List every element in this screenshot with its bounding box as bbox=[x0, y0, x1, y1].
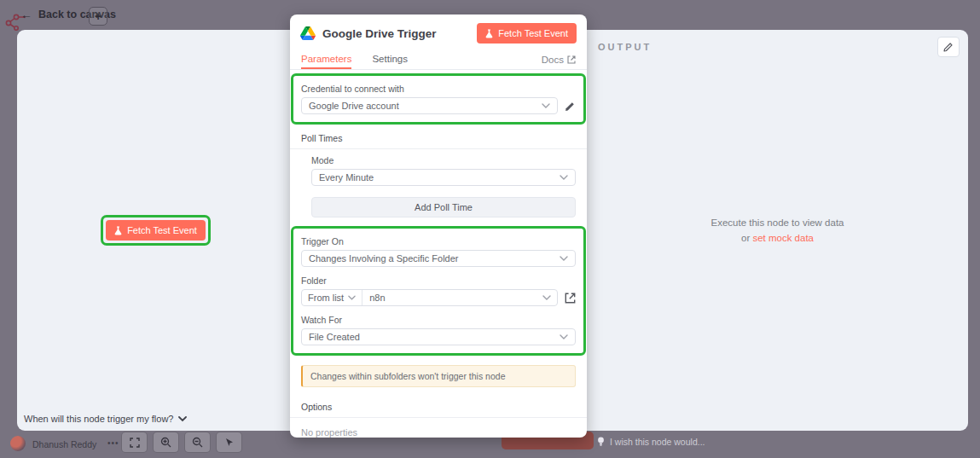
back-arrow-icon: ← bbox=[20, 9, 32, 20]
green-highlight-box-credential: Credential to connect with Google Drive … bbox=[291, 73, 586, 125]
wish-feedback-link[interactable]: I wish this node would... bbox=[597, 437, 705, 447]
folder-chevron[interactable] bbox=[542, 295, 557, 300]
credential-value: Google Drive account bbox=[309, 101, 399, 111]
chevron-down-icon bbox=[560, 334, 568, 339]
folder-value-select[interactable]: n8n bbox=[362, 293, 542, 303]
watch-for-value: File Created bbox=[309, 332, 360, 342]
zoom-out-button[interactable] bbox=[184, 432, 211, 453]
cursor-pointer-icon bbox=[224, 438, 235, 448]
chevron-down-icon bbox=[542, 295, 551, 300]
or-text: or bbox=[741, 233, 752, 243]
mode-value: Every Minute bbox=[319, 172, 374, 183]
fit-view-button[interactable] bbox=[121, 432, 148, 453]
canvas-toolbar bbox=[121, 432, 242, 453]
node-title: Google Drive Trigger bbox=[322, 27, 477, 40]
app-screen: ← Back to canvas + Fetch Test Event When… bbox=[0, 0, 980, 458]
mode-label: Mode bbox=[311, 155, 576, 165]
chevron-down-icon bbox=[178, 416, 187, 422]
edit-credential-button[interactable] bbox=[565, 101, 576, 112]
options-empty-text: No properties bbox=[301, 427, 576, 438]
fetch-test-event-label: Fetch Test Event bbox=[127, 225, 197, 235]
user-name: Dhanush Reddy bbox=[32, 439, 96, 449]
zoom-in-icon bbox=[160, 437, 171, 448]
trigger-on-select[interactable]: Changes Involving a Specific Folder bbox=[301, 250, 576, 267]
fetch-test-event-button-header[interactable]: Fetch Test Event bbox=[477, 23, 577, 43]
options-section-header: Options bbox=[290, 398, 587, 418]
open-folder-link-button[interactable] bbox=[565, 293, 576, 304]
flask-icon bbox=[114, 226, 122, 235]
lightbulb-icon bbox=[597, 437, 605, 447]
plus-icon: + bbox=[95, 9, 101, 23]
folder-resource-locator: From list n8n bbox=[301, 289, 558, 306]
green-highlight-box-input: Fetch Test Event bbox=[101, 215, 211, 246]
user-avatar[interactable] bbox=[10, 436, 26, 451]
fit-view-icon bbox=[130, 438, 140, 448]
input-pane-empty-state: Fetch Test Event bbox=[17, 30, 294, 431]
zoom-out-icon bbox=[192, 437, 203, 448]
credential-row: Google Drive account bbox=[301, 97, 576, 114]
external-link-icon bbox=[565, 293, 576, 304]
docs-link[interactable]: Docs bbox=[542, 55, 576, 65]
modal-tabs: Parameters Settings Docs bbox=[290, 49, 587, 70]
green-highlight-box-trigger: Trigger On Changes Involving a Specific … bbox=[291, 226, 586, 356]
add-poll-time-button[interactable]: Add Poll Time bbox=[311, 197, 576, 217]
zoom-in-button[interactable] bbox=[153, 432, 179, 453]
user-menu-button[interactable]: ••• bbox=[107, 438, 119, 448]
output-mock-line: or set mock data bbox=[741, 230, 814, 246]
poll-times-section-header: Poll Times bbox=[290, 130, 587, 149]
trigger-help-question: When will this node trigger my flow? bbox=[24, 414, 173, 424]
chevron-down-icon bbox=[560, 175, 568, 180]
trigger-on-value: Changes Involving a Specific Folder bbox=[309, 253, 458, 264]
folder-row: From list n8n bbox=[301, 289, 576, 306]
folder-label: Folder bbox=[301, 275, 576, 286]
options-label: Options bbox=[301, 402, 332, 412]
input-pane: Fetch Test Event When will this node tri… bbox=[17, 30, 294, 431]
chevron-down-icon bbox=[348, 295, 356, 300]
wish-text: I wish this node would... bbox=[610, 437, 705, 447]
chevron-down-icon bbox=[560, 256, 568, 261]
credential-select[interactable]: Google Drive account bbox=[301, 97, 558, 114]
poll-times-label: Poll Times bbox=[301, 133, 342, 143]
watch-for-select[interactable]: File Created bbox=[301, 328, 576, 345]
node-settings-modal: Google Drive Trigger Fetch Test Event Pa… bbox=[290, 14, 587, 438]
output-empty-text: Execute this node to view data bbox=[711, 215, 844, 230]
tab-settings[interactable]: Settings bbox=[372, 49, 408, 69]
poll-times-content: Mode Every Minute Add Poll Time bbox=[311, 155, 576, 217]
tab-parameters[interactable]: Parameters bbox=[301, 49, 351, 69]
mode-select[interactable]: Every Minute bbox=[311, 169, 576, 186]
watch-for-label: Watch For bbox=[301, 315, 576, 325]
credential-label: Credential to connect with bbox=[301, 84, 576, 94]
interaction-mode-button[interactable] bbox=[216, 432, 242, 453]
pencil-icon bbox=[565, 101, 576, 112]
output-pane: OUTPUT Execute this node to view data or… bbox=[587, 30, 968, 431]
add-node-button[interactable]: + bbox=[89, 7, 107, 26]
trigger-help-toggle[interactable]: When will this node trigger my flow? bbox=[24, 414, 187, 424]
modal-header: Google Drive Trigger Fetch Test Event bbox=[290, 14, 587, 49]
flask-icon bbox=[485, 29, 493, 38]
parameters-pane: Credential to connect with Google Drive … bbox=[290, 70, 587, 438]
external-link-icon bbox=[567, 55, 576, 64]
folder-mode-select[interactable]: From list bbox=[302, 290, 362, 305]
output-empty-state: Execute this node to view data or set mo… bbox=[587, 30, 968, 431]
google-drive-icon bbox=[300, 26, 316, 40]
folder-mode-value: From list bbox=[308, 293, 344, 303]
fetch-test-event-header-label: Fetch Test Event bbox=[498, 28, 568, 38]
set-mock-data-link[interactable]: set mock data bbox=[752, 233, 814, 243]
chevron-down-icon bbox=[542, 103, 550, 108]
subfolder-warning-notice: Changes within subfolders won't trigger … bbox=[301, 365, 576, 387]
trigger-on-label: Trigger On bbox=[301, 236, 576, 246]
fetch-test-event-button-input[interactable]: Fetch Test Event bbox=[106, 220, 206, 241]
docs-label: Docs bbox=[542, 55, 564, 65]
